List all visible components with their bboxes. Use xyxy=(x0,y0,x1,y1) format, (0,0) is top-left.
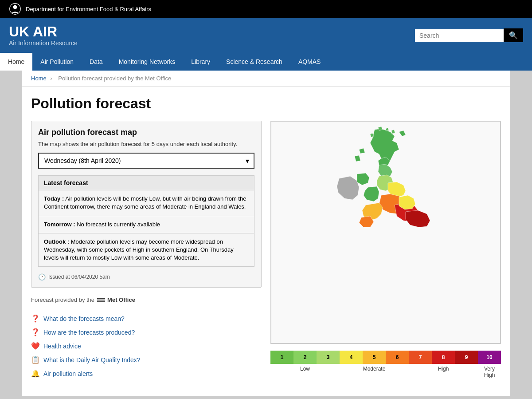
gov-logo-icon xyxy=(9,3,21,15)
aqi-labels: Low Moderate High Very High xyxy=(270,366,501,378)
aqi-boxes: 1 2 3 4 5 6 7 8 9 10 xyxy=(270,351,501,364)
issued-text: Issued at 06/04/2020 5am xyxy=(48,274,110,280)
met-office-line: Forecast provided by the Met Office xyxy=(31,296,262,303)
two-col-layout: Air pollution forecast map The map shows… xyxy=(31,121,501,378)
outlook-label: Outlook : xyxy=(44,238,69,245)
aqi-box-3: 3 xyxy=(317,351,340,364)
nav-library[interactable]: Library xyxy=(183,53,218,71)
latest-forecast-table: Latest forecast Today : Air pollution le… xyxy=(38,175,254,267)
link-daily-aqi[interactable]: 📋 What is the Daily Air Quality Index? xyxy=(31,356,262,364)
forecast-outlook: Outlook : Moderate pollution levels may … xyxy=(39,233,254,267)
aqi-box-10: 10 xyxy=(478,351,501,364)
issued-line: 🕐 Issued at 06/04/2020 5am xyxy=(38,273,254,280)
forecast-map-title: Air pollution forecast map xyxy=(38,128,254,137)
nav-home[interactable]: Home xyxy=(0,53,32,71)
breadcrumb: Home › Pollution forecast provided by th… xyxy=(22,71,510,87)
label-very-high: Very High xyxy=(478,366,501,378)
link-air-pollution-alerts-text: Air pollution alerts xyxy=(43,370,93,377)
aqi-box-7: 7 xyxy=(409,351,432,364)
breadcrumb-current: Pollution forecast provided by the Met O… xyxy=(58,75,171,82)
list-icon: 📋 xyxy=(31,356,40,364)
heart-icon: ❤️ xyxy=(31,342,40,350)
nav-monitoring-networks[interactable]: Monitoring Networks xyxy=(111,53,184,71)
left-column: Air pollution forecast map The map shows… xyxy=(31,121,262,378)
bell-icon: 🔔 xyxy=(31,369,40,378)
met-office-logo: Met Office xyxy=(97,296,135,303)
tomorrow-label: Tomorrow : xyxy=(44,221,75,228)
aqi-box-5: 5 xyxy=(363,351,386,364)
clock-icon: 🕐 xyxy=(38,273,46,280)
date-select[interactable]: Wednesday (8th April 2020) Thursday (9th… xyxy=(38,153,254,169)
map-container xyxy=(270,121,501,344)
nav-air-pollution[interactable]: Air Pollution xyxy=(32,53,82,71)
main-content: Pollution forecast Air pollution forecas… xyxy=(22,87,510,396)
date-select-wrapper: Wednesday (8th April 2020) Thursday (9th… xyxy=(38,153,254,169)
search-bar: 🔍 xyxy=(415,28,523,42)
aqi-box-4: 4 xyxy=(340,351,363,364)
nav-data[interactable]: Data xyxy=(82,53,111,71)
aqi-box-9: 9 xyxy=(455,351,478,364)
question-icon-2: ❓ xyxy=(31,328,40,336)
aqi-box-2: 2 xyxy=(293,351,317,364)
aqi-box-8: 8 xyxy=(432,351,455,364)
svg-point-2 xyxy=(407,211,422,224)
page-wrapper: Home › Pollution forecast provided by th… xyxy=(22,71,510,396)
label-low: Low xyxy=(270,366,340,378)
forecast-today: Today : Air pollution levels will be mos… xyxy=(39,190,254,216)
link-forecasts-produced[interactable]: ❓ How are the forecasts produced? xyxy=(31,328,262,336)
met-lines-icon xyxy=(97,298,105,302)
latest-forecast-header: Latest forecast xyxy=(39,176,254,190)
aqi-box-1: 1 xyxy=(270,351,293,364)
right-column: 1 2 3 4 5 6 7 8 9 10 Low Moderate xyxy=(270,121,501,378)
breadcrumb-home[interactable]: Home xyxy=(31,75,47,82)
met-office-name: Met Office xyxy=(107,296,135,303)
today-label: Today : xyxy=(44,195,64,202)
site-name: UK AIR xyxy=(9,24,78,40)
gov-dept-name: Department for Environment Food & Rural … xyxy=(26,6,151,12)
svg-point-1 xyxy=(13,5,17,9)
gov-bar: Department for Environment Food & Rural … xyxy=(0,0,532,18)
search-input[interactable] xyxy=(415,29,504,42)
site-title: UK AIR Air Information Resource xyxy=(9,24,78,47)
uk-map[interactable] xyxy=(275,125,497,338)
link-forecasts-mean[interactable]: ❓ What do the forecasts mean? xyxy=(31,314,262,323)
aqi-box-6: 6 xyxy=(386,351,409,364)
aqi-legend: 1 2 3 4 5 6 7 8 9 10 Low Moderate xyxy=(270,351,501,378)
site-subtitle: Air Information Resource xyxy=(9,40,78,47)
link-forecasts-mean-text: What do the forecasts mean? xyxy=(43,315,125,322)
tomorrow-text: No forecast is currently available xyxy=(77,221,160,228)
nav-aqmas[interactable]: AQMAS xyxy=(290,53,329,71)
page-title: Pollution forecast xyxy=(31,95,501,112)
info-links: ❓ What do the forecasts mean? ❓ How are … xyxy=(31,314,262,378)
forecast-tomorrow: Tomorrow : No forecast is currently avai… xyxy=(39,216,254,233)
forecast-map-desc: The map shows the air pollution forecast… xyxy=(38,141,254,147)
link-daily-aqi-text: What is the Daily Air Quality Index? xyxy=(43,356,141,363)
outlook-text: Moderate pollution levels may become mor… xyxy=(44,238,234,261)
link-health-advice-text: Health advice xyxy=(43,343,81,350)
site-header: UK AIR Air Information Resource 🔍 xyxy=(0,18,532,53)
search-button[interactable]: 🔍 xyxy=(504,28,523,42)
forecast-map-box: Air pollution forecast map The map shows… xyxy=(31,121,262,288)
met-office-prefix: Forecast provided by the xyxy=(31,296,94,303)
link-health-advice[interactable]: ❤️ Health advice xyxy=(31,342,262,350)
link-air-pollution-alerts[interactable]: 🔔 Air pollution alerts xyxy=(31,369,262,378)
link-forecasts-produced-text: How are the forecasts produced? xyxy=(43,329,135,336)
nav-science-research[interactable]: Science & Research xyxy=(218,53,290,71)
main-nav: Home Air Pollution Data Monitoring Netwo… xyxy=(0,53,532,71)
label-moderate: Moderate xyxy=(340,366,409,378)
label-high: High xyxy=(409,366,478,378)
today-text: Air pollution levels will be mostly Low,… xyxy=(44,195,246,210)
breadcrumb-separator: › xyxy=(50,75,52,82)
question-icon-1: ❓ xyxy=(31,314,40,323)
